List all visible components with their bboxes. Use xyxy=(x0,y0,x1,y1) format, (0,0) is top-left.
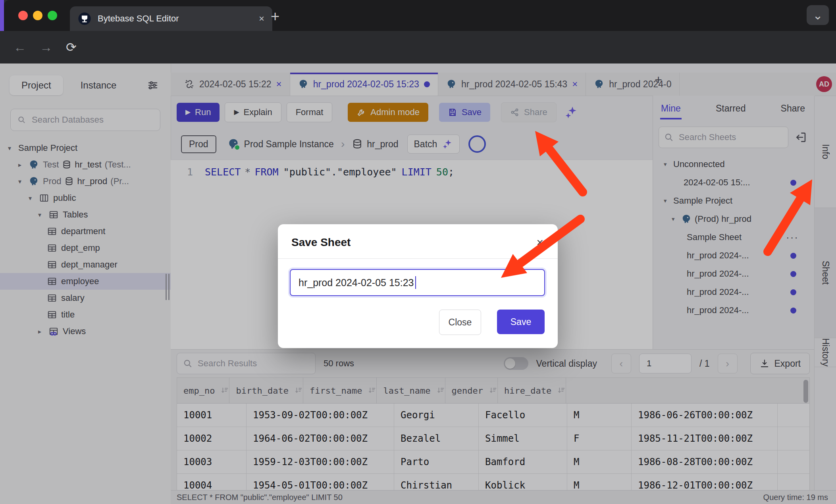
window-zoom-button[interactable] xyxy=(48,11,57,20)
reload-icon[interactable]: ⟳ xyxy=(66,40,77,55)
tab-search-chevron-button[interactable]: ⌄ xyxy=(807,5,829,25)
screen: Bytebase SQL Editor × + ⌄ ← → ⟳ ⓘ localh… xyxy=(0,0,836,504)
chevron-down-icon: ⌄ xyxy=(813,8,823,22)
window-close-button[interactable] xyxy=(18,11,28,20)
desktop-edge xyxy=(0,0,4,32)
dialog-divider xyxy=(278,258,558,259)
save-sheet-dialog: Save Sheet × hr_prod 2024-02-05 15:23 Cl… xyxy=(278,224,558,348)
dialog-close-icon[interactable]: × xyxy=(536,237,543,248)
close-button[interactable]: Close xyxy=(439,310,481,335)
browser-tab[interactable]: Bytebase SQL Editor × xyxy=(70,6,272,31)
back-icon[interactable]: ← xyxy=(13,40,26,55)
browser-tabstrip: Bytebase SQL Editor × + ⌄ xyxy=(4,0,836,31)
sheet-name-input[interactable]: hr_prod 2024-02-05 15:23 xyxy=(290,269,545,296)
dialog-title: Save Sheet xyxy=(291,236,351,249)
text-cursor xyxy=(415,276,416,289)
browser-chrome: Bytebase SQL Editor × + ⌄ ← → ⟳ ⓘ localh… xyxy=(0,0,836,63)
new-tab-button[interactable]: + xyxy=(271,9,279,24)
browser-tab-close-icon[interactable]: × xyxy=(259,13,264,24)
browser-tab-title: Bytebase SQL Editor xyxy=(98,13,252,24)
forward-icon[interactable]: → xyxy=(40,40,52,55)
window-controls xyxy=(18,11,57,20)
window-minimize-button[interactable] xyxy=(33,11,42,20)
bytebase-app: Project Instance ▾ xyxy=(0,63,836,504)
browser-navbar: ← → ⟳ ⓘ localhost:8080/sql-editor/prod-s… xyxy=(0,31,836,63)
dialog-save-button[interactable]: Save xyxy=(497,310,545,334)
bytebase-favicon xyxy=(78,12,91,25)
sheet-name-value: hr_prod 2024-02-05 15:23 xyxy=(299,277,414,289)
